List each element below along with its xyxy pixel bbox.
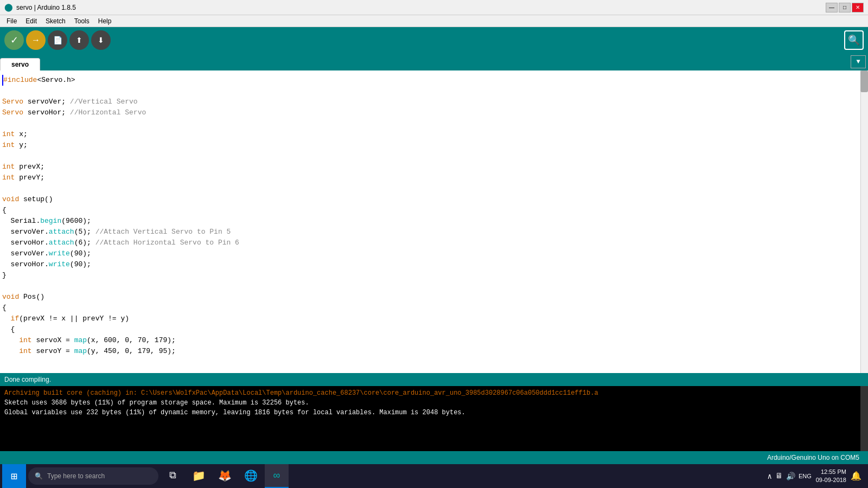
save-button[interactable]: ⬇ xyxy=(91,30,111,50)
new-button[interactable]: 📄 xyxy=(48,30,67,50)
firefox-icon: 🦊 xyxy=(218,469,232,483)
code-servoy-pre xyxy=(2,346,19,357)
code-line-9: int prevX; xyxy=(2,162,866,172)
arduino-icon: ∞ xyxy=(273,470,280,482)
status-text: Done compiling. xyxy=(4,376,51,383)
code-line-7: int y; xyxy=(2,140,866,151)
fn-attach-2: attach xyxy=(49,237,74,248)
code-line-19: } xyxy=(2,270,866,281)
code-serial-begin-pre: Serial. xyxy=(2,216,40,227)
clock-time: 12:55 PM xyxy=(816,468,846,476)
taskbar-file-explorer[interactable]: 📁 xyxy=(187,464,210,488)
close-button[interactable]: ✕ xyxy=(852,3,864,12)
code-setup-fn: setup() xyxy=(19,194,53,205)
title-bar-left: ⬤ servo | Arduino 1.8.5 xyxy=(4,3,76,12)
file-explorer-icon: 📁 xyxy=(192,469,206,483)
tab-servo[interactable]: servo xyxy=(0,58,40,70)
notification-bell[interactable]: 🔔 xyxy=(851,471,861,481)
chrome-icon: 🌐 xyxy=(244,469,258,483)
code-brace-open-1: { xyxy=(2,205,7,216)
windows-icon: ⊞ xyxy=(11,470,17,483)
kw-if-1: if xyxy=(11,313,20,324)
taskbar-chrome[interactable]: 🌐 xyxy=(239,464,263,488)
kw-int-4: int xyxy=(2,172,15,183)
menu-help[interactable]: Help xyxy=(94,16,116,26)
clock-date: 09-09-2018 xyxy=(816,476,846,484)
code-servover-attach-post: (5); xyxy=(74,227,95,237)
code-line-2 xyxy=(2,86,866,97)
console-line-3: Global variables use 232 bytes (11%) of … xyxy=(4,408,864,418)
code-line-26: int servoY = map(y, 450, 0, 179, 95); xyxy=(2,346,866,357)
code-if-pre xyxy=(2,313,11,324)
code-line-17: servoVer.write(90); xyxy=(2,248,866,259)
task-view-icon: ⧉ xyxy=(169,470,176,481)
kw-servo-1: Servo xyxy=(2,97,23,107)
taskbar-clock[interactable]: 12:55 PM 09-09-2018 xyxy=(816,468,846,485)
kw-servo-2: Servo xyxy=(2,107,23,118)
windows-taskbar: ⊞ 🔍 Type here to search ⧉ 📁 🦊 🌐 ∞ ∧ 🖥 🔊 … xyxy=(0,464,868,488)
code-line-10: int prevY; xyxy=(2,172,866,183)
code-servox-pre xyxy=(2,335,19,346)
comment-3: //Attach Vertical Servo to Pin 5 xyxy=(95,227,231,237)
menu-tools[interactable]: Tools xyxy=(70,16,94,26)
console-scrollbar[interactable] xyxy=(860,386,868,451)
kw-int-3: int xyxy=(2,162,15,172)
code-line-6: int x; xyxy=(2,129,866,140)
code-servoy-post: (y, 450, 0, 179, 95); xyxy=(87,346,176,357)
code-servover-write-post: (90); xyxy=(70,248,91,259)
code-line-5 xyxy=(2,118,866,129)
code-line-13: { xyxy=(2,205,866,216)
code-brace-open-3: { xyxy=(2,324,15,335)
fn-write-1: write xyxy=(49,248,70,259)
serial-monitor-button[interactable]: 🔍 xyxy=(844,30,864,50)
code-line-3: Servo servoVer; //Vertical Servo xyxy=(2,97,866,107)
code-line-12: void setup() xyxy=(2,194,866,205)
fn-map-2: map xyxy=(74,346,87,357)
network-icon[interactable]: 🖥 xyxy=(775,472,783,480)
code-line-24: { xyxy=(2,324,866,335)
comment-4: //Attach Horizontal Servo to Pin 6 xyxy=(95,237,239,248)
taskbar-task-view[interactable]: ⧉ xyxy=(161,464,184,488)
menu-file[interactable]: File xyxy=(2,16,21,26)
board-info-text: Arduino/Genuino Uno on COM5 xyxy=(767,454,859,461)
console-line-1: Archiving built core (caching) in: C:\Us… xyxy=(4,388,864,398)
fn-write-2: write xyxy=(49,259,70,270)
taskbar-arduino[interactable]: ∞ xyxy=(265,464,289,488)
board-info-bar: Arduino/Genuino Uno on COM5 xyxy=(0,451,868,464)
console-line-2: Sketch uses 3686 bytes (11%) of program … xyxy=(4,398,864,408)
code-y: y; xyxy=(15,140,27,151)
code-x: x; xyxy=(15,129,27,140)
minimize-button[interactable]: — xyxy=(826,3,838,12)
code-servohor-write-pre: servoHor. xyxy=(2,259,49,270)
code-line-28: ... xyxy=(2,368,866,373)
kw-void-1: void xyxy=(2,194,19,205)
tab-dropdown-arrow[interactable]: ▼ xyxy=(851,55,866,68)
menu-sketch[interactable]: Sketch xyxy=(41,16,70,26)
menu-edit[interactable]: Edit xyxy=(21,16,41,26)
fn-attach-1: attach xyxy=(49,227,74,237)
search-icon: 🔍 xyxy=(35,472,43,480)
upload-button[interactable]: → xyxy=(26,30,46,50)
start-button[interactable]: ⊞ xyxy=(2,464,26,488)
verify-button[interactable]: ✓ xyxy=(4,30,24,50)
fn-begin-1: begin xyxy=(40,216,61,227)
volume-icon[interactable]: 🔊 xyxy=(786,472,795,481)
menu-bar: File Edit Sketch Tools Help xyxy=(0,15,868,27)
maximize-button[interactable]: □ xyxy=(839,3,851,12)
open-button[interactable]: ⬆ xyxy=(69,30,89,50)
code-line-27 xyxy=(2,357,866,368)
code-serial-begin-post: (9600); xyxy=(61,216,91,227)
code-if-post: (prevX != x || prevY != y) xyxy=(19,313,129,324)
chevron-up-icon[interactable]: ∧ xyxy=(767,472,771,481)
code-area[interactable]: #include<Servo.h> Servo servoVer; //Vert… xyxy=(0,70,868,373)
code-servover-attach-pre: servoVer. xyxy=(2,227,49,237)
code-line-8 xyxy=(2,151,866,162)
language-indicator[interactable]: ENG xyxy=(799,473,812,479)
code-line-4: Servo servoHor; //Horizontal Servo xyxy=(2,107,866,118)
taskbar-firefox[interactable]: 🦊 xyxy=(213,464,237,488)
editor-scrollbar-thumb[interactable] xyxy=(860,70,868,92)
editor-scrollbar[interactable] xyxy=(860,70,868,373)
taskbar-search-box[interactable]: 🔍 Type here to search xyxy=(28,467,158,485)
kw-void-2: void xyxy=(2,292,19,303)
code-line-14: Serial.begin(9600); xyxy=(2,216,866,227)
